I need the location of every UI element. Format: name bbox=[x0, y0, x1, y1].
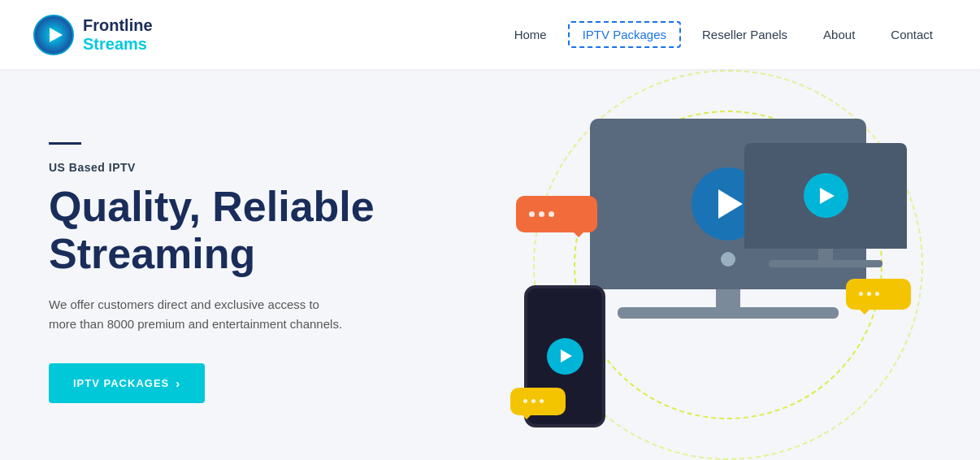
play-triangle-large bbox=[718, 189, 743, 219]
nav-iptv-packages[interactable]: IPTV Packages bbox=[568, 21, 681, 48]
main-nav: Home IPTV Packages Reseller Panels About… bbox=[500, 21, 947, 48]
cta-button[interactable]: IPTV PACKAGES › bbox=[49, 363, 205, 403]
dot5 bbox=[867, 292, 871, 296]
chat-bubble-yellow-right bbox=[846, 279, 911, 310]
cta-label: IPTV PACKAGES bbox=[73, 377, 169, 389]
chat-bubble-yellow-bottom bbox=[510, 388, 566, 415]
hero-title: Quality, ReliableStreaming bbox=[49, 184, 455, 276]
header: Frontline Streams Home IPTV Packages Res… bbox=[0, 0, 980, 69]
cta-arrow: › bbox=[176, 376, 180, 390]
nav-reseller-panels[interactable]: Reseller Panels bbox=[687, 21, 802, 48]
dot6 bbox=[875, 292, 879, 296]
logo-icon bbox=[33, 14, 75, 56]
monitor-neck bbox=[716, 289, 740, 307]
dot1 bbox=[529, 211, 535, 217]
dot2 bbox=[539, 211, 544, 217]
logo-text: Frontline Streams bbox=[83, 16, 153, 54]
nav-contact[interactable]: Contact bbox=[876, 21, 947, 48]
hero-section: US Based IPTV Quality, ReliableStreaming… bbox=[0, 69, 980, 460]
chat-bubble-orange bbox=[516, 196, 597, 232]
hero-divider bbox=[49, 142, 81, 145]
secondary-monitor-base bbox=[769, 260, 882, 267]
nav-home[interactable]: Home bbox=[500, 21, 562, 48]
dot3 bbox=[549, 211, 554, 217]
play-button-medium bbox=[804, 173, 848, 218]
dot9 bbox=[540, 399, 544, 403]
monitor-base bbox=[618, 307, 839, 319]
logo: Frontline Streams bbox=[33, 14, 153, 56]
monitor-stand-dot bbox=[721, 252, 735, 267]
dot8 bbox=[531, 399, 536, 403]
hero-description: We offer customers direct and exclusive … bbox=[49, 295, 349, 334]
dot4 bbox=[859, 292, 863, 296]
play-triangle-medium bbox=[820, 188, 835, 204]
hero-subtitle: US Based IPTV bbox=[49, 161, 455, 174]
logo-line2: Streams bbox=[83, 35, 153, 54]
nav-about[interactable]: About bbox=[809, 21, 869, 48]
play-triangle-small bbox=[561, 349, 572, 362]
secondary-monitor-neck bbox=[818, 249, 833, 260]
dot7 bbox=[523, 399, 527, 403]
hero-illustration bbox=[455, 78, 931, 452]
hero-content: US Based IPTV Quality, ReliableStreaming… bbox=[49, 126, 455, 402]
play-button-small bbox=[547, 338, 583, 375]
logo-line1: Frontline bbox=[83, 16, 153, 35]
secondary-monitor-screen bbox=[744, 143, 907, 249]
secondary-monitor bbox=[744, 143, 907, 267]
